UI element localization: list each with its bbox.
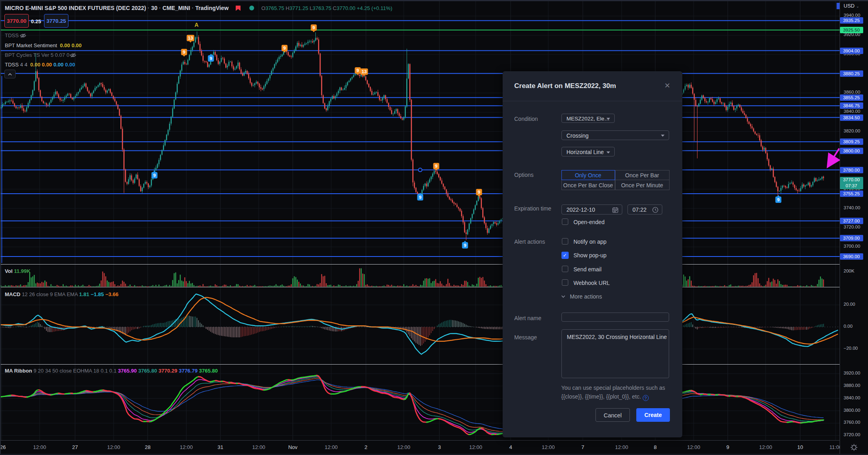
svg-text:13: 13: [188, 36, 193, 40]
svg-text:9: 9: [435, 164, 437, 168]
svg-text:A: A: [194, 22, 198, 28]
svg-text:9: 9: [464, 243, 466, 248]
svg-text:9: 9: [153, 173, 156, 178]
svg-text:13: 13: [362, 69, 367, 74]
svg-text:9: 9: [357, 68, 359, 73]
svg-text:9: 9: [283, 46, 286, 50]
svg-text:9: 9: [419, 195, 421, 200]
svg-text:9: 9: [183, 50, 185, 54]
svg-text:9: 9: [210, 56, 212, 61]
svg-text:9: 9: [777, 197, 780, 202]
svg-text:9: 9: [313, 25, 315, 30]
svg-text:9: 9: [478, 190, 480, 194]
